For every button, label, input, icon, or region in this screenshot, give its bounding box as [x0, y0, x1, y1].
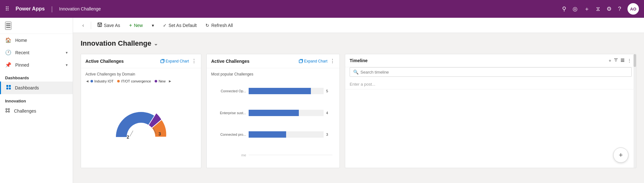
- save-as-button[interactable]: Save As: [94, 21, 124, 30]
- refresh-label: Refresh All: [211, 23, 233, 28]
- card-1-expand-button[interactable]: Expand Chart: [160, 59, 189, 63]
- svg-rect-13: [161, 60, 164, 63]
- legend-dot-1: [91, 80, 93, 82]
- save-as-icon: [97, 23, 102, 28]
- timeline-body: +: [345, 89, 636, 168]
- refresh-icon: ↻: [205, 23, 209, 28]
- timeline-post-add-button[interactable]: +: [613, 147, 628, 163]
- card-1-title: Active Challenges: [85, 59, 158, 64]
- bar-label-1: Connected Op...: [211, 89, 246, 93]
- bar-fill-3: [249, 131, 286, 138]
- timeline-more-button[interactable]: ⋮: [627, 58, 632, 63]
- svg-point-5: [8, 108, 10, 110]
- scrollbar-thumb[interactable]: [634, 54, 636, 67]
- sidebar-item-recent[interactable]: 🕐 Recent ▾: [0, 46, 73, 59]
- sidebar-item-pinned[interactable]: 📌 Pinned ▾: [0, 59, 73, 71]
- timeline-title: Timeline: [350, 58, 606, 63]
- plus-icon[interactable]: ＋: [584, 5, 590, 13]
- chevron-down-icon: ▾: [66, 63, 68, 67]
- sidebar: ☰ 🏠 Home 🕐 Recent ▾ 📌 Pinned ▾ Dashboard…: [0, 18, 73, 183]
- nav-divider: |: [51, 5, 53, 13]
- sidebar-recent-label: Recent: [15, 50, 29, 55]
- timeline-filter-button[interactable]: [614, 58, 618, 63]
- pin-icon: 📌: [5, 62, 11, 68]
- svg-rect-19: [299, 60, 302, 63]
- card-2-body: Most popular Challenges Connected Op...: [207, 68, 339, 168]
- avatar[interactable]: AO: [627, 3, 639, 15]
- enter-post-area[interactable]: Enter a post...: [345, 79, 636, 89]
- chevron-down-icon: ▾: [66, 50, 68, 55]
- main-content: ‹ Save As + New ▾ ✓ Set As Def: [73, 18, 644, 183]
- target-icon[interactable]: ◎: [573, 5, 578, 12]
- new-icon: +: [129, 23, 132, 28]
- timeline-search-input[interactable]: [360, 70, 628, 75]
- dashboard-area: Innovation Challenge ⌄ Active Challenges…: [73, 33, 644, 183]
- toolbar: ‹ Save As + New ▾ ✓ Set As Def: [73, 18, 644, 33]
- new-button[interactable]: + New: [125, 21, 146, 30]
- legend-dot-3: [155, 80, 157, 82]
- bar-row-2: Enterprise sust... 4: [211, 110, 332, 116]
- bar-track-1: [249, 88, 324, 94]
- timeline-card: Timeline +: [345, 54, 636, 168]
- sidebar-hamburger[interactable]: ☰: [5, 22, 11, 30]
- card-1-header: Active Challenges Expand Chart ⋮: [81, 54, 201, 68]
- svg-text:2: 2: [127, 134, 129, 140]
- help-icon[interactable]: ?: [618, 6, 621, 12]
- timeline-add-icon-button[interactable]: +: [609, 58, 611, 63]
- svg-rect-22: [621, 61, 624, 62]
- set-default-label: Set As Default: [169, 23, 197, 28]
- legend-next-button[interactable]: ►: [168, 79, 172, 83]
- title-dropdown-icon[interactable]: ⌄: [154, 41, 158, 47]
- sidebar-item-challenges[interactable]: Challenges: [0, 105, 73, 117]
- dashboard-icon: [6, 85, 11, 91]
- svg-point-7: [8, 111, 10, 112]
- bar-value-3: 3: [326, 133, 332, 136]
- save-as-label: Save As: [104, 23, 120, 28]
- nav-icons: ⚲ ◎ ＋ ⧖ ⚙ ? AO: [562, 3, 639, 15]
- card-2-expand-button[interactable]: Expand Chart: [299, 59, 327, 63]
- set-default-button[interactable]: ✓ Set As Default: [159, 21, 201, 30]
- chart-2-subtitle: Most popular Challenges: [211, 72, 335, 76]
- legend-label-1: Industry IOT: [94, 79, 114, 83]
- svg-rect-0: [6, 85, 8, 87]
- dropdown-icon: ▾: [152, 23, 154, 28]
- bar-track-3: [249, 131, 324, 138]
- sidebar-item-dashboards[interactable]: Dashboards: [0, 82, 73, 94]
- search-icon[interactable]: ⚲: [562, 5, 566, 12]
- bar-track-2: [249, 110, 324, 116]
- card-1-more-button[interactable]: ⋮: [191, 58, 197, 64]
- dropdown-button[interactable]: ▾: [148, 21, 158, 30]
- refresh-button[interactable]: ↻ Refresh All: [202, 21, 237, 30]
- filter-icon[interactable]: ⧖: [596, 6, 600, 12]
- svg-rect-1: [9, 85, 11, 87]
- sidebar-home-label: Home: [15, 38, 27, 43]
- legend-label-2: IT/OT convergence: [121, 79, 151, 83]
- svg-text:3: 3: [158, 131, 161, 136]
- legend-row-1: ◄ Industry IOT IT/OT convergence New ►: [85, 79, 197, 83]
- legend-prev-button[interactable]: ◄: [85, 79, 89, 83]
- sidebar-challenges-label: Challenges: [14, 108, 36, 114]
- sidebar-item-home[interactable]: 🏠 Home: [0, 34, 73, 46]
- svg-rect-3: [9, 88, 11, 89]
- bar-fill-1: [249, 88, 311, 94]
- card-1-body: Active Challenges by Domain ◄ Industry I…: [81, 68, 201, 168]
- bar-fill-2: [249, 110, 299, 116]
- bar-row-3: Connected pro... 3: [211, 131, 332, 138]
- axis-row: me: [211, 153, 332, 157]
- svg-rect-2: [6, 88, 8, 89]
- timeline-list-button[interactable]: [621, 58, 625, 63]
- home-icon: 🏠: [5, 37, 11, 43]
- bar-row-1: Connected Op... 5: [211, 88, 332, 94]
- section-dashboards: Dashboards: [0, 71, 73, 82]
- top-navigation: ⠿ Power Apps | Innovation Challenge ⚲ ◎ …: [0, 0, 644, 18]
- cards-grid: Active Challenges Expand Chart ⋮ Active …: [81, 54, 636, 168]
- timeline-search-box: 🔍: [350, 67, 632, 77]
- challenges-icon: [5, 108, 10, 114]
- gear-icon[interactable]: ⚙: [607, 5, 612, 12]
- back-button[interactable]: ‹: [78, 20, 88, 30]
- card-2-more-button[interactable]: ⋮: [330, 58, 335, 64]
- nav-page-name: Innovation Challenge: [59, 6, 101, 11]
- svg-point-6: [6, 111, 7, 112]
- grid-icon[interactable]: ⠿: [5, 5, 9, 12]
- chart-1-subtitle: Active Challenges by Domain: [85, 72, 197, 76]
